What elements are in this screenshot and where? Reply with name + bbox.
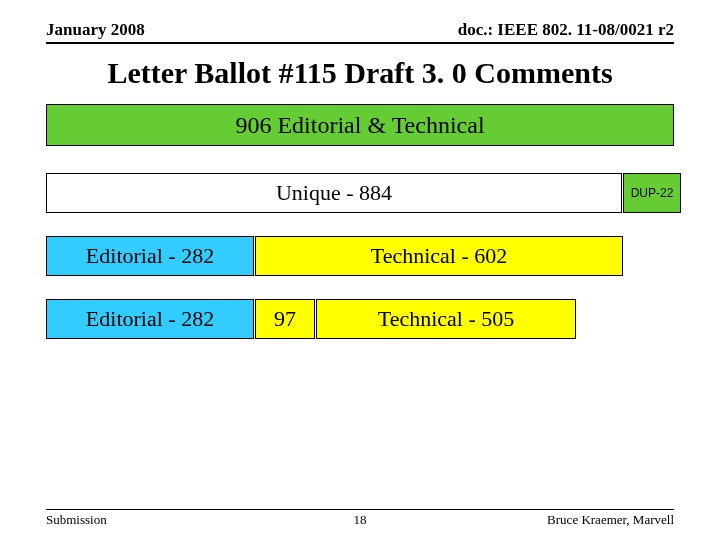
footer-left: Submission xyxy=(46,512,107,528)
header-date: January 2008 xyxy=(46,20,145,40)
slide-footer: Submission 18 Bruce Kraemer, Marvell xyxy=(46,509,674,528)
box-total: 906 Editorial & Technical xyxy=(46,104,674,146)
box-duplicates: DUP-22 xyxy=(623,173,681,213)
box-middle-97: 97 xyxy=(255,299,315,339)
box-unique: Unique - 884 xyxy=(46,173,622,213)
slide-header: January 2008 doc.: IEEE 802. 11-08/0021 … xyxy=(46,20,674,44)
box-technical-row1: Technical - 602 xyxy=(255,236,623,276)
box-technical-row2: Technical - 505 xyxy=(316,299,576,339)
box-editorial-row1: Editorial - 282 xyxy=(46,236,254,276)
header-doc: doc.: IEEE 802. 11-08/0021 r2 xyxy=(458,20,674,40)
footer-right: Bruce Kraemer, Marvell xyxy=(547,512,674,528)
slide-title: Letter Ballot #115 Draft 3. 0 Comments xyxy=(0,56,720,90)
box-editorial-row2: Editorial - 282 xyxy=(46,299,254,339)
